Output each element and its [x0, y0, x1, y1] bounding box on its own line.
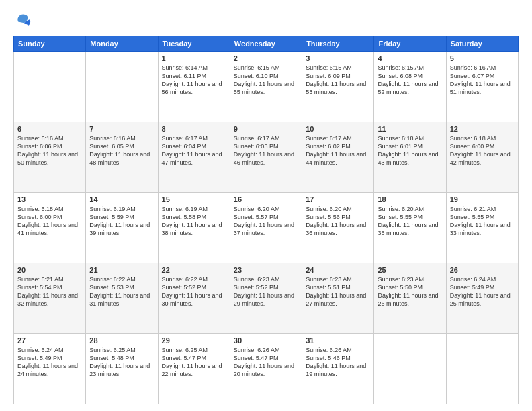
calendar-cell: 10Sunrise: 6:17 AMSunset: 6:02 PMDayligh… [302, 122, 374, 193]
day-number: 19 [450, 195, 515, 203]
day-number: 31 [306, 336, 370, 345]
day-info: Sunrise: 6:18 AMSunset: 6:01 PMDaylight:… [378, 134, 442, 167]
day-info: Sunrise: 6:20 AMSunset: 5:55 PMDaylight:… [378, 205, 442, 238]
day-number: 28 [89, 336, 154, 345]
calendar-cell: 25Sunrise: 6:23 AMSunset: 5:50 PMDayligh… [374, 263, 446, 334]
calendar-cell: 26Sunrise: 6:24 AMSunset: 5:49 PMDayligh… [446, 263, 518, 334]
day-number: 14 [89, 195, 154, 203]
calendar-cell: 30Sunrise: 6:26 AMSunset: 5:47 PMDayligh… [230, 334, 302, 404]
calendar-week-row: 6Sunrise: 6:16 AMSunset: 6:06 PMDaylight… [14, 122, 519, 193]
calendar-cell: 27Sunrise: 6:24 AMSunset: 5:49 PMDayligh… [14, 334, 86, 404]
day-number: 17 [306, 195, 370, 203]
day-info: Sunrise: 6:21 AMSunset: 5:54 PMDaylight:… [17, 275, 82, 308]
header [13, 10, 519, 29]
calendar-cell: 8Sunrise: 6:17 AMSunset: 6:04 PMDaylight… [158, 122, 230, 193]
day-info: Sunrise: 6:23 AMSunset: 5:50 PMDaylight:… [378, 275, 442, 308]
day-info: Sunrise: 6:16 AMSunset: 6:07 PMDaylight:… [450, 64, 515, 97]
calendar-header-row: Sunday Monday Tuesday Wednesday Thursday… [14, 36, 519, 52]
calendar-cell: 12Sunrise: 6:18 AMSunset: 6:00 PMDayligh… [446, 122, 518, 193]
day-info: Sunrise: 6:22 AMSunset: 5:53 PMDaylight:… [89, 275, 154, 308]
day-number: 11 [378, 125, 442, 133]
day-info: Sunrise: 6:17 AMSunset: 6:03 PMDaylight:… [234, 134, 298, 167]
day-info: Sunrise: 6:15 AMSunset: 6:09 PMDaylight:… [306, 64, 370, 97]
day-number: 9 [234, 125, 298, 133]
day-info: Sunrise: 6:14 AMSunset: 6:11 PMDaylight:… [162, 64, 226, 97]
day-info: Sunrise: 6:21 AMSunset: 5:55 PMDaylight:… [450, 205, 515, 238]
calendar-week-row: 27Sunrise: 6:24 AMSunset: 5:49 PMDayligh… [14, 334, 519, 404]
calendar-cell: 23Sunrise: 6:23 AMSunset: 5:52 PMDayligh… [230, 263, 302, 334]
day-info: Sunrise: 6:23 AMSunset: 5:52 PMDaylight:… [234, 275, 298, 308]
calendar-cell: 20Sunrise: 6:21 AMSunset: 5:54 PMDayligh… [14, 263, 86, 334]
day-info: Sunrise: 6:26 AMSunset: 5:47 PMDaylight:… [234, 346, 298, 379]
calendar-cell: 5Sunrise: 6:16 AMSunset: 6:07 PMDaylight… [446, 52, 518, 122]
col-monday: Monday [86, 36, 158, 52]
day-info: Sunrise: 6:19 AMSunset: 5:59 PMDaylight:… [89, 205, 154, 238]
day-number: 8 [162, 125, 226, 133]
day-number: 16 [234, 195, 298, 203]
col-thursday: Thursday [302, 36, 374, 52]
calendar-cell: 29Sunrise: 6:25 AMSunset: 5:47 PMDayligh… [158, 334, 230, 404]
day-info: Sunrise: 6:20 AMSunset: 5:56 PMDaylight:… [306, 205, 370, 238]
calendar-cell [446, 334, 518, 404]
day-info: Sunrise: 6:18 AMSunset: 6:00 PMDaylight:… [17, 205, 82, 238]
page: Sunday Monday Tuesday Wednesday Thursday… [0, 0, 532, 411]
calendar-cell: 6Sunrise: 6:16 AMSunset: 6:06 PMDaylight… [14, 122, 86, 193]
col-saturday: Saturday [446, 36, 518, 52]
day-number: 7 [89, 125, 154, 133]
calendar-week-row: 1Sunrise: 6:14 AMSunset: 6:11 PMDaylight… [14, 52, 519, 122]
calendar-cell: 21Sunrise: 6:22 AMSunset: 5:53 PMDayligh… [86, 263, 158, 334]
col-friday: Friday [374, 36, 446, 52]
calendar-cell: 16Sunrise: 6:20 AMSunset: 5:57 PMDayligh… [230, 193, 302, 263]
day-info: Sunrise: 6:26 AMSunset: 5:46 PMDaylight:… [306, 346, 370, 379]
day-number: 15 [162, 195, 226, 203]
calendar-cell: 19Sunrise: 6:21 AMSunset: 5:55 PMDayligh… [446, 193, 518, 263]
day-info: Sunrise: 6:16 AMSunset: 6:06 PMDaylight:… [17, 134, 82, 167]
day-number: 20 [17, 266, 82, 274]
calendar-cell: 9Sunrise: 6:17 AMSunset: 6:03 PMDaylight… [230, 122, 302, 193]
day-number: 27 [17, 336, 82, 345]
calendar-cell: 24Sunrise: 6:23 AMSunset: 5:51 PMDayligh… [302, 263, 374, 334]
day-info: Sunrise: 6:25 AMSunset: 5:48 PMDaylight:… [89, 346, 154, 379]
logo-area [13, 10, 35, 29]
day-info: Sunrise: 6:18 AMSunset: 6:00 PMDaylight:… [450, 134, 515, 167]
day-info: Sunrise: 6:17 AMSunset: 6:04 PMDaylight:… [162, 134, 226, 167]
calendar-cell: 11Sunrise: 6:18 AMSunset: 6:01 PMDayligh… [374, 122, 446, 193]
day-number: 10 [306, 125, 370, 133]
calendar-week-row: 13Sunrise: 6:18 AMSunset: 6:00 PMDayligh… [14, 193, 519, 263]
day-info: Sunrise: 6:15 AMSunset: 6:10 PMDaylight:… [234, 64, 298, 97]
col-sunday: Sunday [14, 36, 86, 52]
calendar-cell: 2Sunrise: 6:15 AMSunset: 6:10 PMDaylight… [230, 52, 302, 122]
day-number: 25 [378, 266, 442, 274]
day-number: 5 [450, 54, 515, 62]
day-info: Sunrise: 6:23 AMSunset: 5:51 PMDaylight:… [306, 275, 370, 308]
calendar-cell: 4Sunrise: 6:15 AMSunset: 6:08 PMDaylight… [374, 52, 446, 122]
day-number: 29 [162, 336, 226, 345]
day-info: Sunrise: 6:24 AMSunset: 5:49 PMDaylight:… [17, 346, 82, 379]
day-number: 6 [17, 125, 82, 133]
calendar-cell: 15Sunrise: 6:19 AMSunset: 5:58 PMDayligh… [158, 193, 230, 263]
day-number: 22 [162, 266, 226, 274]
calendar-week-row: 20Sunrise: 6:21 AMSunset: 5:54 PMDayligh… [14, 263, 519, 334]
calendar-cell: 22Sunrise: 6:22 AMSunset: 5:52 PMDayligh… [158, 263, 230, 334]
calendar-cell: 31Sunrise: 6:26 AMSunset: 5:46 PMDayligh… [302, 334, 374, 404]
day-number: 30 [234, 336, 298, 345]
day-number: 23 [234, 266, 298, 274]
day-info: Sunrise: 6:15 AMSunset: 6:08 PMDaylight:… [378, 64, 442, 97]
calendar-cell: 14Sunrise: 6:19 AMSunset: 5:59 PMDayligh… [86, 193, 158, 263]
day-number: 1 [162, 54, 226, 62]
day-info: Sunrise: 6:16 AMSunset: 6:05 PMDaylight:… [89, 134, 154, 167]
day-number: 13 [17, 195, 82, 203]
day-number: 24 [306, 266, 370, 274]
calendar-cell: 18Sunrise: 6:20 AMSunset: 5:55 PMDayligh… [374, 193, 446, 263]
calendar-cell: 7Sunrise: 6:16 AMSunset: 6:05 PMDaylight… [86, 122, 158, 193]
day-number: 12 [450, 125, 515, 133]
calendar-cell: 1Sunrise: 6:14 AMSunset: 6:11 PMDaylight… [158, 52, 230, 122]
day-number: 3 [306, 54, 370, 62]
calendar-cell: 17Sunrise: 6:20 AMSunset: 5:56 PMDayligh… [302, 193, 374, 263]
day-info: Sunrise: 6:17 AMSunset: 6:02 PMDaylight:… [306, 134, 370, 167]
col-tuesday: Tuesday [158, 36, 230, 52]
col-wednesday: Wednesday [230, 36, 302, 52]
calendar-table: Sunday Monday Tuesday Wednesday Thursday… [13, 36, 519, 404]
day-info: Sunrise: 6:22 AMSunset: 5:52 PMDaylight:… [162, 275, 226, 308]
calendar-cell: 3Sunrise: 6:15 AMSunset: 6:09 PMDaylight… [302, 52, 374, 122]
